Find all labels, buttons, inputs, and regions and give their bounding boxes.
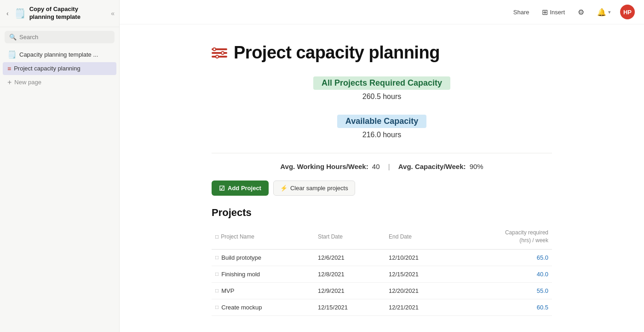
project-name-cell-icon: □ (215, 287, 218, 294)
new-page-label: New page (14, 79, 41, 86)
cell-project-name: □ MVP (212, 283, 314, 299)
avg-separator: | (388, 163, 390, 170)
available-capacity-stats: Available Capacity 216.0 hours (212, 115, 552, 139)
project-name-icon: □ (215, 233, 218, 240)
cell-start-date: 12/6/2021 (314, 249, 385, 266)
all-projects-stats: All Projects Required Capacity 260.5 hou… (212, 76, 552, 101)
page-title: Project capacity planning (234, 43, 440, 63)
svg-rect-4 (212, 56, 227, 58)
back-icon[interactable]: ‹ (5, 9, 11, 18)
divider (212, 153, 552, 153)
cell-capacity: 60.5 (456, 299, 552, 316)
th-project-name: □ Project Name (212, 226, 314, 249)
th-capacity: Capacity required(hrs) / week (456, 226, 552, 249)
projects-table-body: □ Build prototype 12/6/2021 12/10/2021 6… (212, 249, 552, 316)
avg-capacity-value: 90% (470, 163, 483, 170)
cell-project-name: □ Finishing mold (212, 266, 314, 283)
page-icon-capacity-template: 🗒️ (7, 50, 17, 59)
table-header: □ Project Name Start Date End Date Capac… (212, 226, 552, 249)
cell-capacity: 55.0 (456, 283, 552, 299)
project-name-cell-icon: □ (215, 304, 218, 310)
sidebar-item-label-project-capacity: Project capacity planning (14, 65, 80, 72)
insert-button[interactable]: ⊞ Insert (538, 6, 569, 18)
project-name-cell-icon: □ (215, 271, 218, 277)
settings-button[interactable]: ⚙ (574, 6, 588, 18)
avg-stats-row: Avg. Working Hours/Week: 40 | Avg. Capac… (212, 163, 552, 170)
table-row: □ Finishing mold 12/8/2021 12/15/2021 40… (212, 266, 552, 283)
main-content: Share ⊞ Insert ⚙ 🔔 ▾ HP (120, 0, 644, 332)
new-page-item[interactable]: + New page (3, 76, 116, 89)
search-input[interactable] (19, 34, 110, 41)
sidebar-nav: 🗒️ Capacity planning template ... ≡ Proj… (0, 47, 119, 90)
cell-capacity: 65.0 (456, 249, 552, 266)
avg-working-value: 40 (372, 163, 380, 170)
available-capacity-label: Available Capacity (337, 115, 426, 128)
share-button[interactable]: Share (510, 7, 533, 17)
cell-capacity: 40.0 (456, 266, 552, 283)
sidebar-header: ‹ 🗒️ Copy of Capacity planning template … (0, 0, 119, 27)
projects-heading: Projects (212, 207, 552, 219)
workspace-title: Copy of Capacity planning template (29, 6, 108, 21)
project-name-cell-icon: □ (215, 254, 218, 261)
share-label: Share (513, 9, 529, 16)
table-row: □ Create mockup 12/15/2021 12/21/2021 60… (212, 299, 552, 316)
th-start-date: Start Date (314, 226, 385, 249)
collapse-sidebar-icon[interactable]: « (111, 10, 115, 17)
all-projects-label: All Projects Required Capacity (313, 76, 450, 90)
topbar: Share ⊞ Insert ⚙ 🔔 ▾ HP (120, 0, 644, 24)
cell-project-name: □ Create mockup (212, 299, 314, 316)
cell-end-date: 12/10/2021 (385, 249, 456, 266)
lightning-icon: ⚡ (280, 185, 288, 192)
clear-sample-button[interactable]: ⚡ Clear sample projects (273, 181, 355, 196)
all-projects-value: 260.5 hours (212, 93, 552, 101)
action-row: ☑ Add Project ⚡ Clear sample projects (212, 181, 552, 196)
table-row: □ MVP 12/9/2021 12/20/2021 55.0 (212, 283, 552, 299)
add-project-icon: ☑ (219, 185, 225, 192)
search-bar: 🔍 (5, 31, 115, 43)
page-content: Project capacity planning All Projects R… (175, 24, 589, 332)
bell-icon: 🔔 (597, 8, 606, 17)
clear-sample-label: Clear sample projects (290, 185, 348, 192)
search-icon: 🔍 (9, 34, 17, 41)
sidebar: ‹ 🗒️ Copy of Capacity planning template … (0, 0, 120, 332)
cell-end-date: 12/15/2021 (385, 266, 456, 283)
sidebar-item-capacity-planning-template[interactable]: 🗒️ Capacity planning template ... (3, 47, 116, 62)
plus-icon: + (7, 78, 12, 87)
sidebar-item-project-capacity-planning[interactable]: ≡ Project capacity planning (3, 62, 116, 75)
page-title-icon (212, 47, 227, 59)
projects-table: □ Project Name Start Date End Date Capac… (212, 226, 552, 316)
avg-working-label: Avg. Working Hours/Week: (280, 163, 368, 170)
th-end-date: End Date (385, 226, 456, 249)
svg-point-8 (216, 55, 218, 58)
table-header-row: □ Project Name Start Date End Date Capac… (212, 226, 552, 249)
insert-label: Insert (550, 9, 565, 16)
table-row: □ Build prototype 12/6/2021 12/10/2021 6… (212, 249, 552, 266)
svg-point-7 (221, 52, 224, 54)
add-project-button[interactable]: ☑ Add Project (212, 181, 269, 196)
cell-start-date: 12/8/2021 (314, 266, 385, 283)
available-capacity-value: 216.0 hours (212, 131, 552, 139)
workspace-icon: 🗒️ (14, 8, 26, 19)
svg-point-6 (213, 48, 216, 51)
cell-start-date: 12/15/2021 (314, 299, 385, 316)
cell-project-name: □ Build prototype (212, 250, 314, 266)
dropdown-icon: ▾ (608, 9, 611, 15)
cell-start-date: 12/9/2021 (314, 283, 385, 299)
cell-end-date: 12/20/2021 (385, 283, 456, 299)
user-avatar[interactable]: HP (620, 5, 635, 19)
page-icon-project-capacity: ≡ (7, 65, 11, 72)
cell-end-date: 12/21/2021 (385, 299, 456, 316)
page-title-row: Project capacity planning (212, 43, 552, 63)
sidebar-item-label-capacity-template: Capacity planning template ... (19, 51, 98, 58)
add-project-label: Add Project (228, 185, 261, 192)
svg-rect-2 (212, 52, 227, 54)
avg-capacity-label: Avg. Capacity/Week: (398, 163, 466, 170)
gear-icon: ⚙ (578, 8, 584, 17)
notifications-button[interactable]: 🔔 ▾ (593, 6, 615, 18)
insert-icon: ⊞ (542, 8, 548, 17)
